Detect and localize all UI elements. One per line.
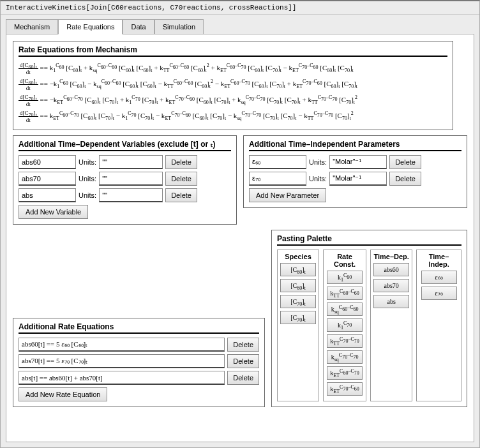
palette-rc-0[interactable]: k1C60 <box>327 271 363 284</box>
palette-td-1[interactable]: abs70 <box>373 279 409 292</box>
mechanism-eq-3: d[C70]tdt == −kETC60–C70 [C60]t [C70]t +… <box>19 93 447 108</box>
time-indep-delete-1[interactable]: Delete <box>389 172 421 186</box>
units-label: Units: <box>309 175 327 183</box>
palette-ti-1[interactable]: ε₇₀ <box>421 287 457 300</box>
palette-species-3[interactable]: [C70]t <box>280 311 316 324</box>
time-dep-units-0[interactable] <box>99 155 163 169</box>
tab-mechanism[interactable]: Mechanism <box>6 19 58 34</box>
rate-eq-input-2[interactable] <box>19 371 225 385</box>
tab-row: Mechanism Rate Equations Data Simulation <box>1 15 479 34</box>
palette-rate-const: Rate Const. k1C60 kTTC60–C60 ksqC60–C60 … <box>323 250 366 401</box>
time-dep-row-2: Units: Delete <box>19 188 231 202</box>
time-dep-name-2[interactable] <box>19 188 76 202</box>
units-label: Units: <box>79 175 96 183</box>
time-dep-units-1[interactable] <box>99 172 163 186</box>
time-indep-title: Additional Time–Independent Parameters <box>249 140 461 151</box>
units-label: Units: <box>79 191 96 199</box>
additional-rate-panel: Additional Rate Equations Delete Delete … <box>13 318 265 407</box>
rate-equations-panel: Rate Equations from Mechanism d[C60]tdt … <box>13 41 453 130</box>
palette-rc-1[interactable]: kTTC60–C60 <box>327 287 363 300</box>
rate-eq-delete-0[interactable]: Delete <box>227 338 259 352</box>
rate-eq-input-1[interactable] <box>19 354 225 368</box>
palette-species-title: Species <box>280 253 316 260</box>
mechanism-eq-4: d[C70]tdt == kETC60–C70 [C60]t [C70]t − … <box>19 108 447 124</box>
palette-rate-const-title: Rate Const. <box>326 253 363 268</box>
rate-eq-delete-2[interactable]: Delete <box>227 371 259 385</box>
palette-rc-4[interactable]: kTTC70–C70 <box>327 334 363 348</box>
time-dep-units-2[interactable] <box>99 188 163 202</box>
palette-rc-7[interactable]: kETC70–C60 <box>327 382 363 396</box>
mechanism-eq-2: d[C60]tdt == −k1C60 [C60]t − ksqC60–C60 … <box>19 77 447 93</box>
palette-td-0[interactable]: abs60 <box>373 263 409 276</box>
time-dep-row-0: Units: Delete <box>19 155 231 169</box>
palette-species-1[interactable]: [C60]t <box>280 279 316 292</box>
palette-rc-5[interactable]: ksqC70–C70 <box>327 350 363 364</box>
units-label: Units: <box>309 158 327 166</box>
time-indep-delete-0[interactable]: Delete <box>389 155 421 169</box>
rate-eq-row-2: Delete <box>19 371 259 385</box>
palette-ti-0[interactable]: ε₆₀ <box>421 271 457 284</box>
time-dep-name-0[interactable] <box>19 155 76 169</box>
time-indep-name-1[interactable] <box>249 172 306 186</box>
add-new-rate-equation-button[interactable]: Add New Rate Equation <box>19 387 107 401</box>
time-indep-units-0[interactable] <box>329 155 387 169</box>
time-indep-units-1[interactable] <box>329 172 387 186</box>
tab-simulation[interactable]: Simulation <box>154 19 204 34</box>
time-dep-panel: Additional Time–Dependent Variables (exc… <box>13 135 237 225</box>
time-indep-name-0[interactable] <box>249 155 306 169</box>
palette-time-dep-title: Time–Dep. <box>373 253 409 260</box>
pasting-palette: Pasting Palette Species [C60]t [C60]t [C… <box>271 230 467 407</box>
window-title: InteractiveKinetics[Join[C60reactions, C… <box>1 1 479 15</box>
palette-species: Species [C60]t [C60]t [C70]t [C70]t <box>277 250 319 401</box>
additional-rate-title: Additional Rate Equations <box>19 322 259 334</box>
time-dep-delete-1[interactable]: Delete <box>165 172 197 186</box>
rate-eq-row-0: Delete <box>19 338 259 352</box>
tab-data[interactable]: Data <box>123 19 154 34</box>
palette-rc-2[interactable]: ksqC60–C60 <box>327 302 363 316</box>
time-dep-row-1: Units: Delete <box>19 172 231 186</box>
palette-species-0[interactable]: [C60]t <box>280 263 316 276</box>
add-new-parameter-button[interactable]: Add New Parameter <box>249 188 326 202</box>
rate-eq-row-1: Delete <box>19 354 259 368</box>
units-label: Units: <box>79 158 96 166</box>
rate-equations-title: Rate Equations from Mechanism <box>19 45 447 57</box>
palette-rc-3[interactable]: k1C70 <box>327 318 363 332</box>
add-new-variable-button[interactable]: Add New Variable <box>19 205 88 219</box>
time-dep-delete-2[interactable]: Delete <box>165 188 197 202</box>
palette-time-indep-title: Time–Indep. <box>419 253 458 268</box>
rate-eq-delete-1[interactable]: Delete <box>227 354 259 368</box>
palette-title: Pasting Palette <box>277 234 461 246</box>
time-dep-name-1[interactable] <box>19 172 76 186</box>
time-indep-panel: Additional Time–Independent Parameters U… <box>243 135 467 208</box>
time-dep-delete-0[interactable]: Delete <box>165 155 197 169</box>
palette-species-2[interactable]: [C70]t <box>280 295 316 308</box>
palette-rc-6[interactable]: kETC60–C70 <box>327 366 363 380</box>
tab-content: Rate Equations from Mechanism d[C60]tdt … <box>6 34 474 442</box>
time-indep-row-0: Units: Delete <box>249 155 461 169</box>
palette-time-dep: Time–Dep. abs60 abs70 abs <box>370 250 412 401</box>
time-indep-row-1: Units: Delete <box>249 172 461 186</box>
palette-td-2[interactable]: abs <box>373 295 409 308</box>
rate-eq-input-0[interactable] <box>19 338 225 352</box>
app-window: InteractiveKinetics[Join[C60reactions, C… <box>0 0 480 448</box>
mechanism-eq-1: d[C60]tdt == k1C60 [C60]t + ksqC60–C60 [… <box>19 61 447 77</box>
time-dep-title: Additional Time–Dependent Variables (exc… <box>19 140 231 151</box>
palette-time-indep: Time–Indep. ε₆₀ ε₇₀ <box>416 250 461 401</box>
tab-rate-equations[interactable]: Rate Equations <box>58 19 123 34</box>
